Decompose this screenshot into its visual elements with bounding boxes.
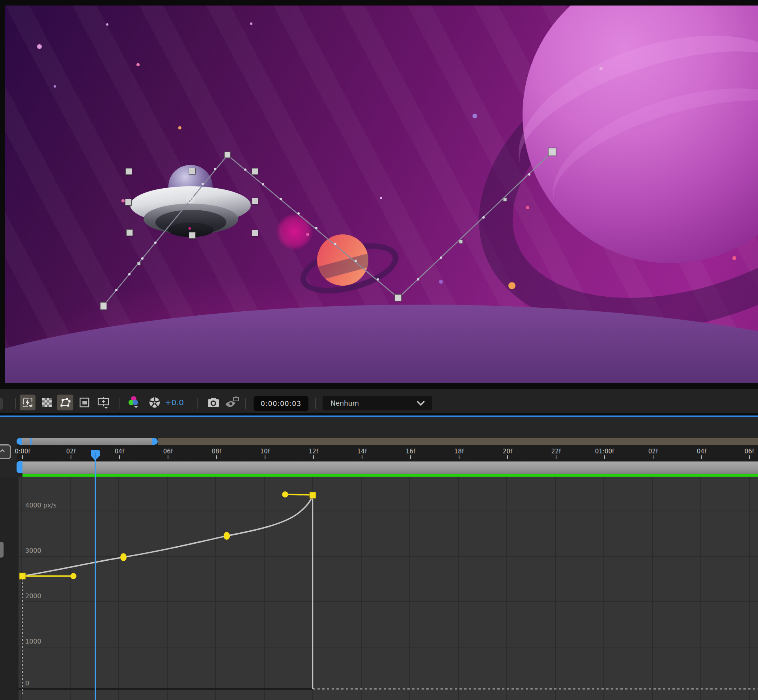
ruler-tick	[653, 455, 653, 459]
ruler-label: 04f	[115, 448, 124, 455]
selection-handle-se[interactable]	[252, 230, 258, 236]
eye-camera-icon	[225, 397, 240, 408]
ruler-tick	[362, 455, 362, 459]
graph-value-label: 2000	[25, 592, 41, 600]
toolbar-separator	[15, 398, 16, 409]
ruler-tick	[701, 455, 702, 459]
channels-button[interactable]	[125, 395, 143, 410]
ruler-tick	[410, 455, 411, 459]
scrollbar-left-cap[interactable]	[17, 438, 22, 445]
ruler-tick	[119, 455, 120, 459]
ruler-label: 08f	[212, 448, 221, 455]
ruler-label: 01:00f	[595, 448, 614, 455]
motion-path-inbetween-squares[interactable]	[137, 198, 507, 265]
graph-value-label: 1000	[25, 638, 41, 645]
speed-graph[interactable]	[0, 477, 758, 700]
work-area-bar[interactable]	[22, 461, 758, 474]
toolbar-bottom-strip	[0, 413, 758, 416]
ruler-tick	[313, 455, 314, 459]
toolbar-separator	[197, 398, 198, 409]
snapshot-button[interactable]	[205, 395, 222, 410]
toolbar-separator	[315, 398, 316, 409]
ruler-tick	[216, 455, 217, 459]
motion-path-dots	[115, 168, 530, 291]
ruler-label: 12f	[309, 448, 318, 455]
frame-crosshair-icon	[97, 396, 110, 409]
fast-previews-button[interactable]	[20, 395, 35, 410]
ruler-label: 18f	[454, 448, 464, 455]
selection-handle-sw[interactable]	[126, 229, 133, 236]
toolbar-edge-fragment	[0, 398, 3, 410]
ruler-tick	[265, 455, 265, 459]
after-effects-window: +0.0 0:00:00:03 Nenhum 0:00f0	[0, 0, 758, 700]
mask-outline-icon	[59, 397, 71, 408]
ruler-label: 02f	[648, 448, 658, 455]
playhead-marker-slit	[95, 453, 95, 458]
work-area-start-bracket[interactable]	[17, 461, 23, 473]
ruler-label: 0:00f	[15, 448, 30, 455]
ruler-label: 22f	[551, 448, 561, 455]
ruler-tick	[749, 455, 750, 459]
exposure-value[interactable]: +0.0	[163, 395, 185, 410]
view-layout-dropdown[interactable]: Nenhum	[323, 396, 432, 410]
ruler-label: 02f	[66, 448, 76, 455]
ruler-label: 10f	[260, 448, 270, 455]
graph-value-label: 4000 px/s	[25, 502, 56, 509]
scrollbar-playhead-tick	[30, 438, 32, 445]
reset-exposure-button[interactable]	[147, 395, 162, 410]
graph-value-label: 3000	[25, 547, 41, 554]
selection-handle-s[interactable]	[189, 232, 196, 239]
rgb-circles-icon	[128, 396, 140, 409]
selection-handle-w[interactable]	[125, 199, 132, 206]
transparency-grid-button[interactable]	[39, 395, 54, 410]
composition-viewer[interactable]	[0, 0, 758, 389]
ruler-tick	[556, 455, 556, 459]
timeline-scrollbar-thumb[interactable]	[22, 438, 152, 445]
motion-path-keyframe-squares[interactable]	[100, 148, 556, 310]
selection-handle-nw[interactable]	[125, 168, 132, 175]
toolbar-separator	[119, 398, 119, 409]
motion-path[interactable]	[5, 6, 758, 383]
ruler-label: 16f	[406, 448, 415, 455]
grid-guides-button[interactable]	[95, 395, 112, 410]
playhead-line[interactable]	[95, 459, 96, 700]
time-ruler[interactable]: 0:00f02f04f06f08f10f12f14f16f18f20f22f01…	[17, 445, 758, 461]
layer-anchor-point[interactable]	[187, 196, 194, 203]
comp-marker-bin-icon[interactable]	[0, 444, 11, 459]
ruler-label: 06f	[745, 448, 754, 455]
ruler-tick	[168, 455, 168, 459]
graph-value-label: 0	[25, 679, 29, 687]
ruler-label: 20f	[503, 448, 512, 455]
camera-icon	[207, 397, 220, 408]
show-snapshot-button[interactable]	[223, 395, 241, 410]
ruler-tick	[71, 455, 71, 459]
composition-canvas[interactable]	[5, 6, 758, 383]
ruler-tick	[459, 455, 459, 459]
selection-handle-ne[interactable]	[252, 168, 258, 175]
ruler-label: 04f	[697, 448, 706, 455]
timeline-scrollbar-track[interactable]	[158, 438, 758, 445]
ruler-tick	[507, 455, 508, 459]
view-layout-value: Nenhum	[330, 399, 359, 407]
ruler-label: 14f	[357, 448, 367, 455]
ruler-label: 06f	[163, 448, 173, 455]
ruler-tick	[604, 455, 605, 459]
selection-handle-n[interactable]	[189, 168, 196, 174]
graph-grid	[19, 477, 758, 700]
selection-handle-e[interactable]	[252, 198, 258, 204]
ruler-tick	[22, 455, 23, 459]
toolbar-separator	[245, 398, 246, 409]
mask-visibility-button[interactable]	[57, 395, 73, 410]
square-in-square-icon	[79, 397, 90, 408]
chevron-down-icon	[416, 401, 425, 406]
shutter-icon	[148, 396, 161, 409]
checkerboard-icon	[42, 397, 52, 408]
region-of-interest-button[interactable]	[77, 395, 92, 410]
lightning-icon	[22, 397, 33, 408]
timecode-field[interactable]: 0:00:00:03	[254, 396, 308, 411]
